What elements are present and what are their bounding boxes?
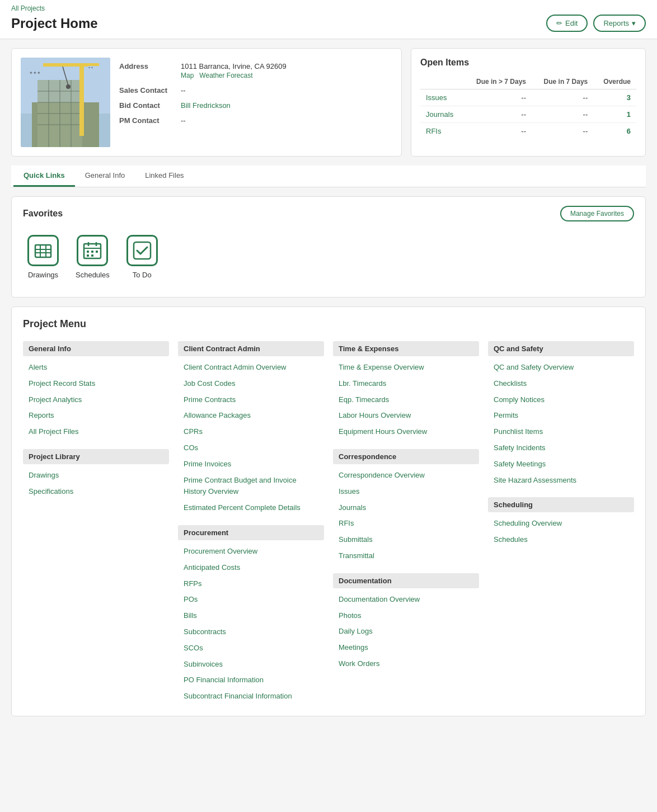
- reports-button[interactable]: Reports ▾: [593, 15, 646, 32]
- svg-text:✦✦✦: ✦✦✦: [29, 70, 41, 75]
- bid-contact-row: Bid Contact Bill Fredrickson: [119, 101, 392, 110]
- fav-item-schedules[interactable]: Schedules: [76, 235, 110, 279]
- menu-project-analytics[interactable]: Project Analytics: [23, 392, 169, 408]
- tab-general-info[interactable]: General Info: [75, 166, 135, 187]
- tab-linked-files[interactable]: Linked Files: [135, 166, 194, 187]
- due-gt7-cell: --: [463, 89, 532, 106]
- menu-safety-incidents[interactable]: Safety Incidents: [488, 440, 634, 456]
- address-label: Address: [119, 62, 181, 70]
- menu-alerts[interactable]: Alerts: [23, 360, 169, 376]
- menu-comply-notices[interactable]: Comply Notices: [488, 392, 634, 408]
- menu-specifications[interactable]: Specifications: [23, 484, 169, 500]
- svg-text:✦✦: ✦✦: [88, 66, 93, 69]
- menu-punchlist-items[interactable]: Punchlist Items: [488, 424, 634, 440]
- menu-equipment-hours-overview[interactable]: Equipment Hours Overview: [333, 424, 479, 440]
- menu-subcontracts[interactable]: Subcontracts: [178, 624, 324, 640]
- open-item-issues-link[interactable]: Issues: [426, 93, 447, 102]
- menu-labor-hours-overview[interactable]: Labor Hours Overview: [333, 408, 479, 424]
- menu-procurement-overview[interactable]: Procurement Overview: [178, 544, 324, 560]
- menu-qc-safety-overview[interactable]: QC and Safety Overview: [488, 360, 634, 376]
- svg-rect-27: [87, 251, 89, 253]
- col-label-header: [420, 74, 463, 89]
- client-contract-admin-header: Client Contract Admin: [178, 341, 324, 356]
- overdue-rfis-link[interactable]: 6: [627, 127, 631, 135]
- svg-rect-18: [35, 245, 51, 257]
- menu-documentation-overview[interactable]: Documentation Overview: [333, 592, 479, 608]
- schedules-label: Schedules: [76, 271, 110, 279]
- menu-subcontract-financial-info[interactable]: Subcontract Financial Information: [178, 688, 324, 705]
- breadcrumb[interactable]: All Projects: [11, 4, 646, 12]
- all-projects-link[interactable]: All Projects: [11, 4, 45, 12]
- col-overdue-header: Overdue: [593, 74, 636, 89]
- open-item-rfis-link[interactable]: RFIs: [426, 127, 441, 135]
- menu-rfps[interactable]: RFPs: [178, 576, 324, 592]
- project-menu-section: Project Menu General Info Alerts Project…: [11, 306, 646, 716]
- open-items-card: Open Items Due in > 7 Days Due in 7 Days…: [411, 48, 646, 157]
- table-row: RFIs----6: [420, 123, 636, 140]
- menu-work-orders[interactable]: Work Orders: [333, 656, 479, 672]
- menu-prime-contract-budget-invoice[interactable]: Prime Contract Budget and Invoice Histor…: [178, 473, 324, 501]
- edit-button[interactable]: ✏ Edit: [546, 15, 588, 32]
- tab-quick-links[interactable]: Quick Links: [13, 166, 75, 187]
- menu-bills[interactable]: Bills: [178, 608, 324, 624]
- menu-client-contract-admin-overview[interactable]: Client Contract Admin Overview: [178, 360, 324, 376]
- menu-transmittal[interactable]: Transmittal: [333, 548, 479, 564]
- header-row: Project Home ✏ Edit Reports ▾: [11, 15, 646, 39]
- menu-po-financial-info[interactable]: PO Financial Information: [178, 672, 324, 688]
- drawings-icon: [27, 235, 59, 266]
- menu-prime-contracts[interactable]: Prime Contracts: [178, 392, 324, 408]
- menu-meetings[interactable]: Meetings: [333, 640, 479, 656]
- menu-scos[interactable]: SCOs: [178, 640, 324, 657]
- menu-schedules[interactable]: Schedules: [488, 532, 634, 548]
- menu-journals[interactable]: Journals: [333, 500, 479, 516]
- menu-scheduling-overview[interactable]: Scheduling Overview: [488, 516, 634, 532]
- menu-allowance-packages[interactable]: Allowance Packages: [178, 408, 324, 424]
- reports-label: Reports: [603, 19, 629, 27]
- overdue-journals-link[interactable]: 1: [627, 110, 631, 119]
- menu-eqp-timecards[interactable]: Eqp. Timecards: [333, 392, 479, 408]
- menu-anticipated-costs[interactable]: Anticipated Costs: [178, 560, 324, 576]
- project-menu-title: Project Menu: [23, 318, 634, 330]
- menu-job-cost-codes[interactable]: Job Cost Codes: [178, 376, 324, 392]
- menu-rfis[interactable]: RFIs: [333, 516, 479, 532]
- svg-rect-31: [91, 254, 93, 257]
- menu-submittals[interactable]: Submittals: [333, 532, 479, 548]
- menu-photos[interactable]: Photos: [333, 608, 479, 624]
- menu-subinvoices[interactable]: Subinvoices: [178, 657, 324, 673]
- sales-contact-row: Sales Contact --: [119, 86, 392, 95]
- menu-site-hazard-assessments[interactable]: Site Hazard Assessments: [488, 473, 634, 489]
- menu-reports[interactable]: Reports: [23, 408, 169, 424]
- open-item-journals-link[interactable]: Journals: [426, 110, 453, 119]
- menu-all-project-files[interactable]: All Project Files: [23, 424, 169, 440]
- menu-issues[interactable]: Issues: [333, 484, 479, 500]
- manage-favorites-button[interactable]: Manage Favorites: [560, 206, 634, 221]
- menu-correspondence-overview[interactable]: Correspondence Overview: [333, 468, 479, 484]
- menu-lbr-timecards[interactable]: Lbr. Timecards: [333, 376, 479, 392]
- general-info-header: General Info: [23, 341, 169, 356]
- menu-col-4: QC and Safety QC and Safety Overview Che…: [488, 341, 634, 705]
- menu-estimated-percent-complete[interactable]: Estimated Percent Complete Details: [178, 500, 324, 516]
- fav-item-drawings[interactable]: Drawings: [27, 235, 59, 279]
- overdue-cell: 6: [593, 123, 636, 140]
- menu-safety-meetings[interactable]: Safety Meetings: [488, 456, 634, 473]
- menu-time-expense-overview[interactable]: Time & Expense Overview: [333, 360, 479, 376]
- menu-daily-logs[interactable]: Daily Logs: [333, 624, 479, 640]
- sales-contact-label: Sales Contact: [119, 86, 181, 95]
- menu-project-record-stats[interactable]: Project Record Stats: [23, 376, 169, 392]
- menu-permits[interactable]: Permits: [488, 408, 634, 424]
- menu-drawings[interactable]: Drawings: [23, 468, 169, 484]
- due-gt7-cell: --: [463, 106, 532, 123]
- menu-cprs[interactable]: CPRs: [178, 424, 324, 440]
- header-buttons: ✏ Edit Reports ▾: [546, 15, 646, 32]
- menu-cos[interactable]: COs: [178, 440, 324, 456]
- fav-item-todo[interactable]: To Do: [126, 235, 158, 279]
- map-link[interactable]: Map: [181, 72, 194, 79]
- favorites-section: Favorites Manage Favorites Drawings: [11, 196, 646, 298]
- menu-checklists[interactable]: Checklists: [488, 376, 634, 392]
- bid-contact-link[interactable]: Bill Fredrickson: [181, 101, 231, 110]
- menu-pos[interactable]: POs: [178, 592, 324, 608]
- weather-link[interactable]: Weather Forecast: [199, 72, 252, 79]
- overdue-issues-link[interactable]: 3: [627, 93, 631, 102]
- menu-prime-invoices[interactable]: Prime Invoices: [178, 456, 324, 473]
- correspondence-header: Correspondence: [333, 449, 479, 464]
